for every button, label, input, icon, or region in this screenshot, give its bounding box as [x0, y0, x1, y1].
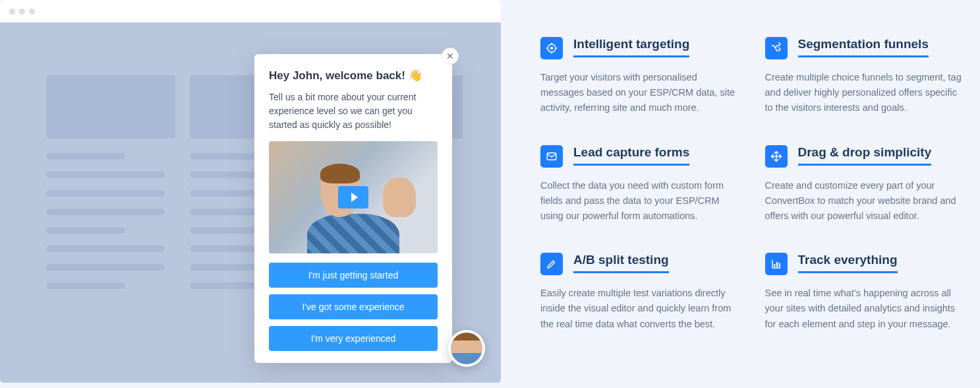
feature-title: Lead capture forms [573, 145, 689, 166]
window-dot [29, 9, 35, 15]
welcome-popup: ✕ Hey John, welcome back! 👋 Tell us a bi… [254, 54, 452, 363]
play-icon[interactable] [338, 186, 368, 209]
feature-drag-drop: Drag & drop simplicity Create and custom… [765, 145, 964, 224]
chart-icon [765, 253, 788, 275]
feature-intelligent-targeting: Intelligent targeting Target your visito… [540, 37, 739, 116]
feature-desc: Collect the data you need with custom fo… [540, 178, 738, 224]
features-grid: Intelligent targeting Target your visito… [507, 0, 980, 388]
svg-rect-3 [774, 264, 775, 267]
browser-titlebar [0, 0, 501, 22]
svg-rect-5 [778, 263, 780, 267]
feature-desc: Target your visitors with personalised m… [540, 70, 738, 116]
option-button-3[interactable]: I'm very experienced [269, 326, 438, 351]
avatar-bubble[interactable] [448, 330, 485, 367]
feature-title: Segmentation funnels [798, 37, 929, 57]
feature-title: Track everything [798, 253, 898, 273]
feature-desc: Easily create multiple test variations d… [540, 286, 738, 332]
popup-subtext: Tell us a bit more about your current ex… [269, 90, 438, 132]
popup-heading: Hey John, welcome back! 👋 [269, 69, 438, 82]
option-button-1[interactable]: I'm just getting started [269, 263, 438, 288]
feature-desc: Create multiple choice funnels to segmen… [765, 70, 963, 116]
edit-icon [540, 253, 563, 275]
feature-lead-capture: Lead capture forms Collect the data you … [540, 145, 739, 224]
feature-title: Drag & drop simplicity [798, 145, 932, 166]
window-dot [9, 9, 15, 15]
video-thumbnail[interactable] [269, 141, 438, 253]
feature-desc: Create and customize every part of your … [765, 178, 963, 224]
feature-title: Intelligent targeting [573, 37, 689, 57]
option-button-2[interactable]: I've got some experience [269, 294, 438, 319]
feature-segmentation-funnels: Segmentation funnels Create multiple cho… [765, 37, 964, 116]
feature-title: A/B split testing [573, 253, 669, 273]
browser-frame: ✕ Hey John, welcome back! 👋 Tell us a bi… [0, 0, 501, 383]
shuffle-icon [765, 37, 788, 59]
close-icon[interactable]: ✕ [442, 48, 459, 65]
feature-desc: See in real time what's happening across… [765, 286, 963, 332]
svg-rect-4 [776, 262, 778, 267]
move-icon [765, 145, 788, 168]
mail-icon [540, 145, 563, 168]
feature-ab-testing: A/B split testing Easily create multiple… [540, 253, 739, 332]
window-dot [19, 9, 25, 15]
feature-track-everything: Track everything See in real time what's… [765, 253, 964, 332]
target-icon [540, 37, 563, 59]
svg-point-1 [550, 47, 554, 50]
hero-mockup: ✕ Hey John, welcome back! 👋 Tell us a bi… [0, 0, 507, 388]
